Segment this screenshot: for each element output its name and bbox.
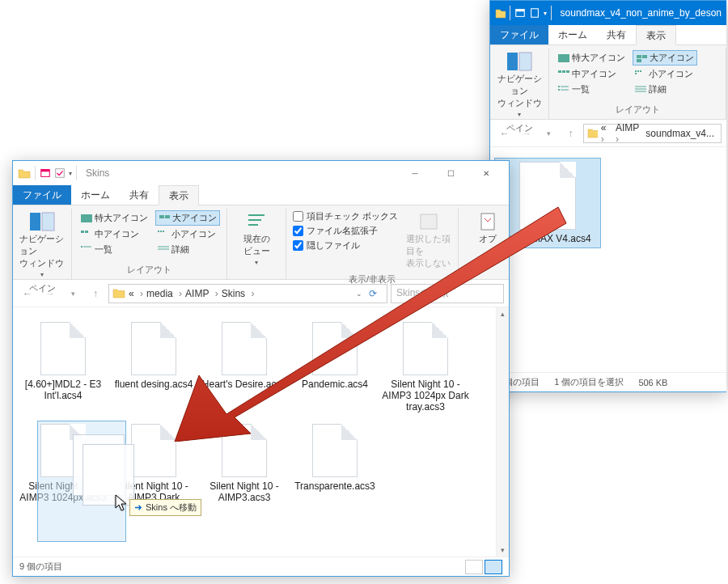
chevron-down-icon[interactable]: ⌄ <box>356 290 362 298</box>
options-button[interactable]: オプ <box>465 210 510 245</box>
svg-rect-16 <box>558 86 560 87</box>
svg-rect-43 <box>421 214 437 229</box>
view-list[interactable]: 一覧 <box>78 243 150 256</box>
view-list[interactable]: 一覧 <box>556 83 628 96</box>
chevron-down-icon[interactable]: ▾ <box>69 170 72 177</box>
quick-access-toolbar[interactable]: ▾ <box>514 7 547 19</box>
svg-rect-3 <box>507 53 518 70</box>
statusbar: 9 個の項目 <box>13 556 509 576</box>
view-icons-button[interactable] <box>485 560 502 574</box>
tab-file[interactable]: ファイル <box>13 185 71 205</box>
minimize-button[interactable]: ─ <box>397 161 433 185</box>
ribbon-tabs: ファイル ホーム 共有 表示 <box>13 185 509 205</box>
tab-view[interactable]: 表示 <box>159 185 199 205</box>
titlebar[interactable]: ▾ Skins ─ ☐ ✕ <box>13 161 509 185</box>
file-item[interactable]: Silent Night 10 - AIMP3 1024px Dark tray… <box>380 319 471 416</box>
view-small-icons[interactable]: 小アイコン <box>155 227 220 241</box>
nav-up-button[interactable]: ↑ <box>86 288 105 299</box>
explorer-window-source[interactable]: ▾ soundmax_v4_non_anime_by_deson ファイル ホー… <box>489 0 726 392</box>
chevron-down-icon: ▾ <box>40 271 44 278</box>
view-details[interactable]: 詳細 <box>633 83 697 96</box>
file-item[interactable]: [4.60+]MDL2 - E3 Int'l.acs4 <box>18 319 108 416</box>
file-item[interactable]: fluent desing.acs4 <box>108 319 199 416</box>
status-selection-count: 1 個の項目を選択 <box>554 376 624 388</box>
file-item[interactable]: Transparente.acs3 <box>290 421 380 518</box>
arrow-right-icon <box>134 503 143 512</box>
qat-checkbox-icon[interactable] <box>54 167 66 179</box>
svg-rect-9 <box>558 70 561 73</box>
chevron-down-icon[interactable]: ▾ <box>544 10 547 17</box>
checkbox-item-checkboxes[interactable]: 項目チェック ボックス <box>293 210 398 222</box>
view-medium-icons[interactable]: 中アイコン <box>556 67 628 81</box>
nav-up-button[interactable]: ↑ <box>561 128 580 139</box>
svg-rect-8 <box>637 59 641 62</box>
file-list-area[interactable]: SoundMAX V4.acs4 <box>490 147 726 372</box>
tab-file[interactable]: ファイル <box>490 25 548 44</box>
file-item[interactable]: Silent Night 10 - AIMP3 1024px.acs3 <box>18 421 108 518</box>
qat-icon[interactable] <box>529 7 540 19</box>
tab-home[interactable]: ホーム <box>71 185 120 205</box>
window-title: soundmax_v4_non_anime_by_deson <box>561 7 722 19</box>
view-extra-large-icons[interactable]: 特大アイコン <box>556 51 628 65</box>
scroll-up-button[interactable]: ▴ <box>497 307 509 320</box>
checkbox-hidden-files[interactable]: 隠しファイル <box>293 239 398 252</box>
quick-access-toolbar[interactable]: ▾ <box>40 167 72 179</box>
file-item[interactable]: Pandemic.acs4 <box>290 319 380 416</box>
breadcrumb-segment[interactable]: media <box>146 288 182 299</box>
nav-recent-button[interactable]: ▾ <box>540 129 558 138</box>
file-list-area[interactable]: [4.60+]MDL2 - E3 Int'l.acs4 fluent desin… <box>13 307 509 556</box>
chevron-down-icon: ▾ <box>255 259 258 266</box>
navigation-pane-button[interactable]: ナビゲーション ウィンドウ ▾ <box>19 210 65 278</box>
ribbon: ナビゲーション ウィンドウ ▾ ペイン 特大アイコン 大アイコン 中アイコン 小… <box>13 205 509 280</box>
navigation-pane-button[interactable]: ナビゲーション ウィンドウ ▾ <box>497 50 542 118</box>
current-view-button[interactable]: 現在の ビュー ▾ <box>234 210 279 266</box>
checkbox-file-extensions[interactable]: ファイル名拡張子 <box>293 225 398 237</box>
file-icon <box>403 322 448 375</box>
maximize-button[interactable]: ☐ <box>433 161 468 185</box>
tab-share[interactable]: 共有 <box>597 25 636 44</box>
nav-recent-button[interactable]: ▾ <box>63 290 83 298</box>
address-bar[interactable]: « media AIMP Skins ⌄ ⟳ <box>108 284 387 303</box>
breadcrumb-segment[interactable]: AIMP <box>185 288 218 299</box>
file-icon <box>222 424 267 477</box>
svg-rect-28 <box>81 214 92 222</box>
view-large-icons[interactable]: 大アイコン <box>633 50 697 66</box>
scrollbar[interactable]: ▴ ▾ <box>496 307 509 556</box>
drop-tooltip: Skins へ移動 <box>129 499 201 516</box>
breadcrumb-segment[interactable]: « <box>601 122 612 145</box>
file-item[interactable]: Silent Night 10 - AIMP3.acs3 <box>199 421 290 518</box>
titlebar[interactable]: ▾ soundmax_v4_non_anime_by_deson <box>490 1 726 25</box>
view-medium-icons[interactable]: 中アイコン <box>78 227 150 241</box>
view-small-icons[interactable]: 小アイコン <box>633 67 697 81</box>
statusbar: 1 個の項目 1 個の項目を選択 506 KB <box>490 372 726 391</box>
close-button[interactable]: ✕ <box>468 161 504 185</box>
tab-home[interactable]: ホーム <box>548 25 597 44</box>
view-extra-large-icons[interactable]: 特大アイコン <box>78 211 150 225</box>
nav-back-button[interactable]: ← <box>18 288 37 299</box>
search-box[interactable]: Skinsの検索 <box>391 284 504 303</box>
file-icon <box>131 322 176 375</box>
refresh-button[interactable]: ⟳ <box>369 288 383 299</box>
scroll-down-button[interactable]: ▾ <box>497 544 509 556</box>
explorer-window-target[interactable]: ▾ Skins ─ ☐ ✕ ファイル ホーム 共有 表示 ナビゲーション ウィン… <box>12 160 510 577</box>
nav-back-button[interactable]: ← <box>495 128 514 139</box>
svg-rect-7 <box>642 55 647 58</box>
file-item[interactable]: Heart's Desire.acs3 <box>199 319 290 416</box>
breadcrumb-segment[interactable]: AIMP <box>616 122 642 145</box>
file-label: Silent Night 10 - AIMP3 1024px.acs3 <box>19 480 107 503</box>
qat-icon[interactable] <box>40 167 51 179</box>
svg-rect-11 <box>566 70 569 73</box>
address-bar[interactable]: « AIMP soundmax_v4... <box>583 124 722 143</box>
breadcrumb-segment[interactable]: soundmax_v4... <box>645 128 717 139</box>
file-icon <box>519 162 576 230</box>
tab-view[interactable]: 表示 <box>636 25 676 45</box>
view-details-button[interactable] <box>465 560 483 574</box>
breadcrumb-segment[interactable]: Skins <box>222 288 255 299</box>
status-size: 506 KB <box>638 378 667 387</box>
file-label: Silent Night 10 - AIMP3 1024px Dark tray… <box>382 379 469 413</box>
view-details[interactable]: 詳細 <box>155 243 220 256</box>
tab-share[interactable]: 共有 <box>120 185 159 205</box>
view-large-icons[interactable]: 大アイコン <box>155 210 220 226</box>
qat-icon[interactable] <box>514 7 526 19</box>
breadcrumb-segment[interactable]: « <box>129 288 143 299</box>
